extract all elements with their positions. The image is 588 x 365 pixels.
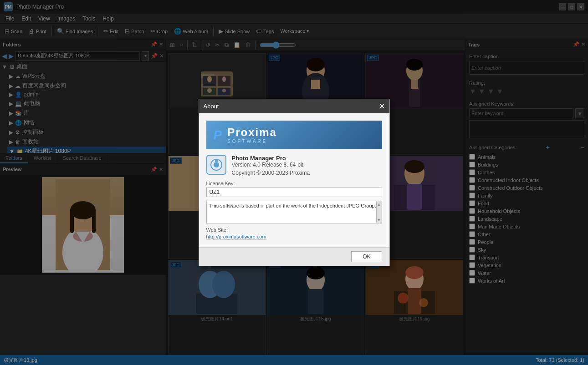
scroll-down-btn[interactable]: ▼ xyxy=(377,218,381,222)
license-label: License Key: xyxy=(206,181,382,186)
notice-textarea: This software is based in part on the wo… xyxy=(206,201,382,223)
website-section: Web Site: http://proximasoftware.com xyxy=(206,227,382,240)
svg-point-60 xyxy=(214,162,219,167)
about-dialog-overlay[interactable]: About ✕ P Proxima SOFTWARE xyxy=(0,0,588,365)
dialog-logo-text: Proxima xyxy=(227,126,277,139)
dialog-footer: OK xyxy=(199,247,389,266)
product-name: Photo Manager Pro xyxy=(232,155,382,162)
notice-field: This software is based in part on the wo… xyxy=(206,201,382,223)
license-field: License Key: UZ1 xyxy=(206,181,382,197)
dialog-content: P Proxima SOFTWARE Photo Mana xyxy=(199,113,389,247)
dialog-title: About xyxy=(204,103,219,110)
dialog-product: Photo Manager Pro Version: 4.0 Release 8… xyxy=(206,155,382,176)
product-info: Photo Manager Pro Version: 4.0 Release 8… xyxy=(232,155,382,176)
about-dialog: About ✕ P Proxima SOFTWARE xyxy=(199,99,390,266)
website-label: Web Site: xyxy=(206,227,382,233)
website-link[interactable]: http://proximasoftware.com xyxy=(206,234,266,239)
notice-text: This software is based in part on the wo… xyxy=(210,203,376,208)
license-value: UZ1 xyxy=(206,187,382,197)
svg-rect-61 xyxy=(215,160,218,162)
product-copyright: Copyright © 2000-2023 Proxima xyxy=(232,170,382,176)
dialog-title-bar: About ✕ xyxy=(199,99,389,113)
scroll-up-btn[interactable]: ▲ xyxy=(377,202,381,207)
dialog-logo-sub: SOFTWARE xyxy=(227,139,277,144)
dialog-logo-icon: P xyxy=(214,128,222,142)
product-icon xyxy=(206,155,226,175)
product-version: Version: 4.0 Release 8, 64-bit xyxy=(232,162,382,168)
ok-button[interactable]: OK xyxy=(351,251,382,262)
dialog-logo-area: P Proxima SOFTWARE xyxy=(206,121,382,149)
dialog-close-button[interactable]: ✕ xyxy=(379,102,385,111)
